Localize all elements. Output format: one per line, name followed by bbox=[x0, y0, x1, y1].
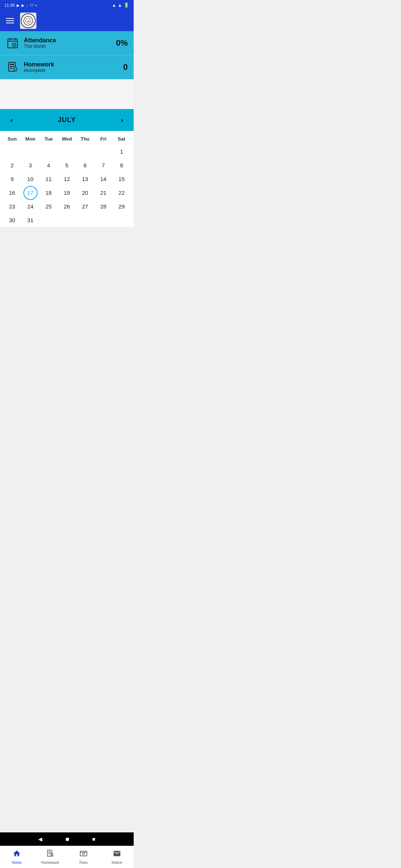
next-month-button[interactable]: › bbox=[118, 114, 126, 126]
date-cell[interactable]: 30 bbox=[3, 213, 21, 227]
attendance-card[interactable]: Attendance This Month 0% bbox=[0, 31, 134, 55]
date-cell bbox=[76, 145, 94, 158]
date-cell[interactable]: 18 bbox=[39, 186, 58, 200]
date-cell[interactable]: 3 bbox=[21, 158, 39, 172]
date-cell[interactable]: 26 bbox=[58, 200, 76, 213]
date-cell[interactable]: 29 bbox=[113, 200, 131, 213]
date-cell[interactable]: 25 bbox=[39, 200, 58, 213]
status-time: 11:36 bbox=[4, 3, 15, 7]
date-cell[interactable]: 11 bbox=[39, 172, 58, 186]
date-cell[interactable]: 5 bbox=[58, 158, 76, 172]
svg-text:🏫: 🏫 bbox=[27, 20, 30, 23]
date-cell bbox=[3, 145, 21, 158]
date-cell[interactable]: 24 bbox=[21, 200, 39, 213]
svg-rect-9 bbox=[10, 64, 14, 65]
status-icon-yt2: ▶ bbox=[22, 3, 25, 7]
date-cell[interactable]: 9 bbox=[3, 172, 21, 186]
day-mon: Mon bbox=[21, 135, 39, 143]
calendar-month-label: JULY bbox=[58, 116, 76, 124]
date-cell[interactable]: 16 bbox=[3, 186, 21, 200]
date-cell[interactable]: 31 bbox=[21, 213, 39, 227]
status-icon-dot: • bbox=[36, 3, 37, 7]
date-cell[interactable]: 6 bbox=[76, 158, 94, 172]
day-sun: Sun bbox=[3, 135, 21, 143]
gap-area bbox=[0, 79, 134, 109]
svg-rect-10 bbox=[10, 66, 14, 67]
status-right-icons: ▲ ▲ 🔋 bbox=[112, 3, 129, 8]
attendance-value: 0% bbox=[116, 38, 128, 48]
homework-subtitle: Incomplete bbox=[24, 68, 54, 73]
app-header: 🏫 bbox=[0, 10, 134, 31]
date-cell bbox=[58, 145, 76, 158]
day-sat: Sat bbox=[113, 135, 131, 143]
date-cell[interactable]: 2 bbox=[3, 158, 21, 172]
attendance-subtitle: This Month bbox=[24, 44, 56, 49]
date-cell bbox=[58, 213, 76, 227]
date-cell[interactable]: 13 bbox=[76, 172, 94, 186]
date-cell[interactable]: 14 bbox=[94, 172, 113, 186]
day-fri: Fri bbox=[94, 135, 113, 143]
status-icon-yt1: ▶ bbox=[17, 3, 20, 7]
date-cell[interactable]: 1 bbox=[113, 145, 131, 158]
homework-value: 0 bbox=[123, 62, 128, 72]
prev-month-button[interactable]: ‹ bbox=[7, 114, 16, 126]
app-logo: 🏫 bbox=[20, 13, 36, 29]
menu-button[interactable] bbox=[6, 18, 14, 23]
status-bar: 11:36 ▶ ▶ ↓ 🛡 • ▲ ▲ 🔋 bbox=[0, 0, 134, 10]
date-cell[interactable]: 12 bbox=[58, 172, 76, 186]
date-cell[interactable]: 8 bbox=[113, 158, 131, 172]
attendance-icon bbox=[6, 36, 19, 50]
date-cell bbox=[21, 145, 39, 158]
homework-card[interactable]: Homework Incomplete 0 bbox=[0, 55, 134, 79]
wifi-icon: ▲ bbox=[112, 3, 116, 8]
date-cell bbox=[76, 213, 94, 227]
date-cell bbox=[94, 145, 113, 158]
date-cell[interactable]: 10 bbox=[21, 172, 39, 186]
battery-icon: 🔋 bbox=[124, 3, 129, 8]
date-cell[interactable]: 4 bbox=[39, 158, 58, 172]
calendar-dates: 1234567891011121314151617181920212223242… bbox=[3, 145, 131, 227]
homework-title: Homework bbox=[24, 61, 54, 68]
date-cell[interactable]: 28 bbox=[94, 200, 113, 213]
status-icon-dl: ↓ bbox=[26, 3, 28, 7]
date-cell bbox=[94, 213, 113, 227]
date-cell[interactable]: 23 bbox=[3, 200, 21, 213]
date-cell[interactable]: 7 bbox=[94, 158, 113, 172]
bottom-content-area bbox=[0, 227, 134, 272]
date-cell[interactable]: 22 bbox=[113, 186, 131, 200]
day-tue: Tue bbox=[39, 135, 58, 143]
status-icon-shield: 🛡 bbox=[30, 3, 34, 7]
calendar: ‹ JULY › Sun Mon Tue Wed Thu Fri Sat 123… bbox=[0, 109, 134, 227]
svg-rect-11 bbox=[10, 68, 13, 69]
attendance-title: Attendance bbox=[24, 37, 56, 44]
date-cell[interactable]: 20 bbox=[76, 186, 94, 200]
date-cell bbox=[39, 213, 58, 227]
date-cell[interactable]: 15 bbox=[113, 172, 131, 186]
homework-icon bbox=[6, 60, 19, 74]
date-cell bbox=[113, 213, 131, 227]
calendar-grid: Sun Mon Tue Wed Thu Fri Sat 123456789101… bbox=[0, 131, 134, 227]
calendar-header: ‹ JULY › bbox=[0, 109, 134, 131]
date-cell[interactable]: 19 bbox=[58, 186, 76, 200]
day-thu: Thu bbox=[76, 135, 94, 143]
date-cell[interactable]: 21 bbox=[94, 186, 113, 200]
signal-icon: ▲ bbox=[118, 3, 122, 8]
day-wed: Wed bbox=[58, 135, 76, 143]
date-cell[interactable]: 27 bbox=[76, 200, 94, 213]
date-cell[interactable]: 17 bbox=[21, 186, 39, 200]
date-cell bbox=[39, 145, 58, 158]
calendar-days-header: Sun Mon Tue Wed Thu Fri Sat bbox=[3, 131, 131, 145]
